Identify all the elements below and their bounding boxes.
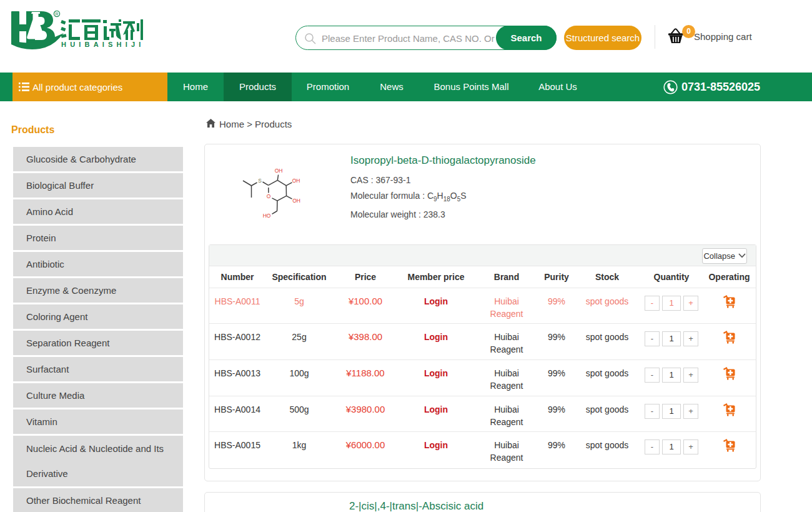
svg-text:O: O bbox=[267, 193, 271, 199]
svg-text:HO: HO bbox=[263, 213, 271, 219]
svg-text:R: R bbox=[55, 12, 58, 16]
svg-text:OH: OH bbox=[292, 198, 300, 204]
svg-text:S: S bbox=[258, 178, 262, 184]
svg-text:HUIBAISHIJI: HUIBAISHIJI bbox=[61, 41, 145, 48]
svg-text:OH: OH bbox=[292, 178, 300, 184]
svg-text:OH: OH bbox=[275, 168, 283, 174]
